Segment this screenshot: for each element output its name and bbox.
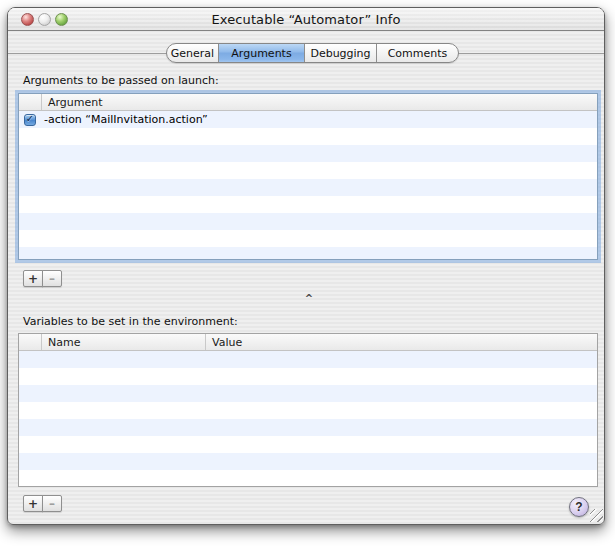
remove-variable-button[interactable]: – (42, 495, 62, 512)
argument-checkbox[interactable]: ✓ (24, 114, 36, 126)
empty-row (19, 128, 597, 145)
variables-table-header: Name Value (19, 334, 597, 351)
empty-row (19, 351, 597, 368)
info-window: Executable “Automator” Info General Argu… (7, 7, 605, 525)
splitter-collapse-handle[interactable]: ^ (302, 294, 316, 304)
remove-argument-button[interactable]: – (42, 270, 62, 287)
tab-debugging[interactable]: Debugging (304, 44, 376, 62)
tab-arguments[interactable]: Arguments (218, 44, 304, 62)
empty-row (19, 247, 597, 260)
empty-row (19, 385, 597, 402)
empty-row (19, 196, 597, 213)
empty-row (19, 368, 597, 385)
tab-comments[interactable]: Comments (376, 44, 458, 62)
empty-row (19, 162, 597, 179)
variable-value-column-header[interactable]: Value (206, 334, 597, 350)
checkmark-icon: ✓ (26, 114, 34, 124)
arguments-table[interactable]: Argument ✓ -action “MailInvitation.actio… (18, 93, 598, 260)
argument-column-header[interactable]: Argument (42, 94, 597, 110)
variables-section-label: Variables to be set in the environment: (23, 315, 238, 328)
resize-grip[interactable] (590, 509, 603, 522)
argument-row[interactable]: ✓ -action “MailInvitation.action” (19, 111, 597, 128)
titlebar[interactable]: Executable “Automator” Info (8, 8, 604, 31)
add-variable-button[interactable]: + (23, 495, 43, 512)
empty-row (19, 179, 597, 196)
empty-row (19, 213, 597, 230)
empty-row (19, 436, 597, 453)
argument-enabled-column-header[interactable] (19, 94, 42, 110)
argument-value: -action “MailInvitation.action” (36, 113, 208, 126)
variables-add-remove-group: + – (23, 495, 62, 512)
arguments-table-header: Argument (19, 94, 597, 111)
arguments-add-remove-group: + – (23, 270, 62, 287)
variable-enabled-column-header[interactable] (19, 334, 42, 350)
empty-row (19, 402, 597, 419)
empty-row (19, 470, 597, 487)
add-argument-button[interactable]: + (23, 270, 43, 287)
variable-name-column-header[interactable]: Name (42, 334, 206, 350)
arguments-section-label: Arguments to be passed on launch: (23, 74, 219, 87)
empty-row (19, 145, 597, 162)
empty-row (19, 419, 597, 436)
empty-row (19, 230, 597, 247)
help-button[interactable]: ? (569, 497, 589, 517)
tab-general[interactable]: General (167, 44, 218, 62)
window-title: Executable “Automator” Info (8, 12, 604, 27)
empty-row (19, 453, 597, 470)
tab-bar: General Arguments Debugging Comments (166, 43, 459, 63)
variables-table[interactable]: Name Value (18, 333, 598, 487)
